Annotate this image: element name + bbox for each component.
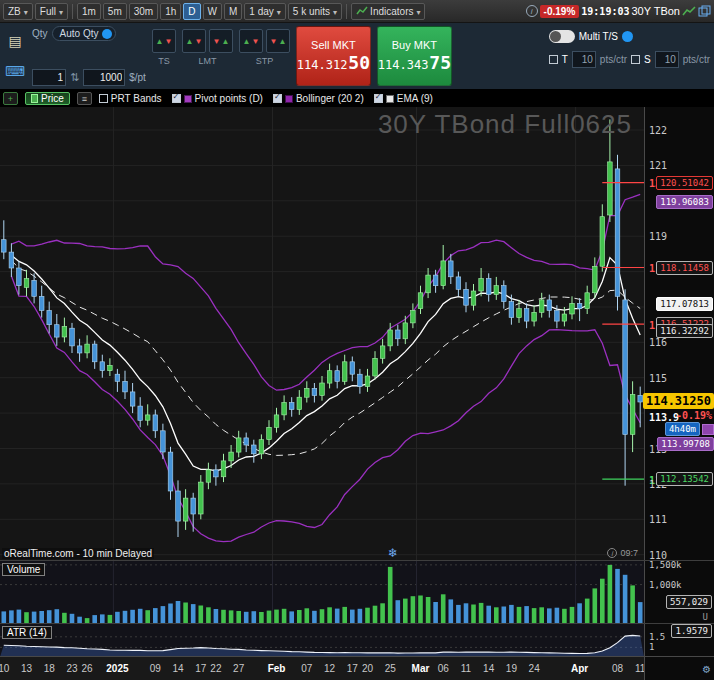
limit-group: ▲▼ ▼▲ LMT — [182, 26, 233, 86]
multi-ts-toggle[interactable] — [549, 30, 575, 43]
indicator-toggle-ema[interactable]: EMA (9) — [374, 93, 433, 104]
timeframe-1h-button[interactable]: 1h — [160, 3, 181, 20]
sell-limit-button[interactable]: ▼▲ — [209, 29, 233, 53]
buy-price: 114.34375 — [378, 52, 451, 73]
indicators-button[interactable]: Indicators — [351, 3, 425, 20]
list-icon[interactable] — [77, 92, 92, 105]
time-axis[interactable]: 101318232620250914172227Feb0712172025Mar… — [0, 656, 714, 680]
price-chart-panel: 30Y TBond Full0625 oRealTime.com - 10 mi… — [0, 107, 714, 560]
order-log-icon[interactable] — [8, 33, 21, 49]
down-arrow-icon: ▼ — [194, 37, 202, 46]
indicator-toggle-pivot-points[interactable]: Pivot points (D) — [172, 93, 263, 104]
timeframe-30m-button[interactable]: 30m — [129, 3, 158, 20]
buy-label: Buy MKT — [392, 39, 437, 51]
band-lower-tag: 113.99708 — [657, 437, 714, 451]
time-axis-label: 12 — [324, 663, 335, 674]
color-swatch — [386, 95, 394, 103]
multi-ts-label: Multi T/S — [579, 31, 618, 42]
symbol-select[interactable]: ZB — [3, 3, 33, 20]
time-axis-label: 14 — [172, 663, 183, 674]
time-axis-label: 14 — [483, 663, 494, 674]
up-arrow-icon: ▲ — [242, 37, 250, 46]
time-axis-label: 11 — [461, 663, 471, 674]
atr-value-tag: 1.9579 — [671, 624, 712, 638]
stop-unit-label: pts/ctr — [683, 54, 710, 65]
qty-stepper-icon[interactable] — [70, 71, 79, 84]
indicator-toggles: PRT Bands Pivot points (D) Bollinger (20… — [99, 93, 433, 104]
timeframe-monthly-button[interactable]: M — [224, 3, 242, 20]
point-value-input[interactable] — [83, 69, 125, 86]
buy-stop-button[interactable]: ▲▼ — [239, 29, 263, 53]
timeframe-weekly-button[interactable]: W — [203, 3, 222, 20]
view-select[interactable]: Full — [35, 3, 68, 20]
indicator-toggle-bollinger[interactable]: Bollinger (20 2) — [273, 93, 364, 104]
trailing-points-input[interactable] — [572, 51, 596, 68]
time-axis-label: 08 — [612, 663, 623, 674]
timeframe-daily-button[interactable]: D — [183, 3, 200, 20]
trailing-stop-button[interactable]: ▲▼ — [152, 29, 176, 53]
trailing-checkbox[interactable] — [549, 55, 558, 64]
atr-axis-label: 1.5 — [649, 632, 665, 642]
indicator-label: Bollinger (20 2) — [296, 93, 364, 104]
sell-price: 114.31250 — [297, 52, 370, 73]
indicators-chart-icon — [356, 6, 368, 16]
auto-qty-toggle[interactable]: Auto Qty — [52, 26, 117, 41]
price-axis-label: 119 — [649, 231, 667, 242]
symbol-label: ZB — [8, 6, 21, 17]
order-side-icons — [4, 26, 26, 86]
add-object-icon[interactable] — [3, 92, 18, 105]
stop-checkbox[interactable] — [631, 55, 640, 64]
price-axis-label: 121 — [649, 160, 667, 171]
price-tag: 112.13542 — [656, 472, 713, 486]
color-swatch — [285, 95, 293, 103]
time-axis-label: 09 — [150, 663, 161, 674]
info-icon — [607, 548, 617, 558]
toggle-knob — [550, 31, 561, 42]
time-axis-label: Mar — [412, 663, 430, 674]
down-arrow-icon: ▼ — [269, 37, 277, 46]
timeframe-1m-button[interactable]: 1m — [77, 3, 101, 20]
price-axis[interactable]: 114.31250 -0.19% 4h40m 113.99708 1221211… — [644, 107, 714, 560]
atr-line — [0, 624, 644, 656]
time-axis-label: 22 — [210, 663, 221, 674]
sell-stop-button[interactable]: ▼▲ — [266, 29, 290, 53]
trend-up-icon[interactable] — [682, 5, 696, 17]
time-axis-label: 06 — [438, 663, 449, 674]
price-tag: 116.32292 — [656, 324, 713, 338]
price-tag: 120.51042 — [656, 176, 713, 190]
volume-panel: Volume 557,029 U 1,500k1,000k — [0, 560, 714, 623]
buy-market-button[interactable]: Buy MKT 114.34375 — [377, 26, 452, 86]
up-arrow-icon: ▲ — [185, 37, 193, 46]
price-button[interactable]: Price — [25, 92, 70, 105]
chevron-down-icon — [23, 6, 28, 17]
time-axis-label: 24 — [529, 663, 540, 674]
duration-select[interactable]: 1 day — [244, 3, 285, 20]
indicator-toggle-prt-bands[interactable]: PRT Bands — [99, 93, 162, 104]
change-label: -0.19% — [676, 410, 714, 421]
toggle-knob — [102, 29, 112, 39]
keyboard-icon[interactable] — [5, 63, 25, 79]
session-countdown: 09:7 — [607, 548, 638, 558]
status-dot-icon[interactable] — [622, 31, 633, 42]
price-axis-label: 122 — [649, 125, 667, 136]
time-axis-label: 11 — [635, 663, 644, 674]
trailing-stop-group: ▲▼ TS — [152, 26, 176, 86]
sell-market-button[interactable]: Sell MKT 114.31250 — [296, 26, 371, 86]
chart-canvas[interactable]: 30Y TBond Full0625 oRealTime.com - 10 mi… — [0, 107, 644, 560]
info-icon[interactable] — [526, 5, 538, 17]
down-arrow-icon: ▼ — [251, 37, 259, 46]
point-unit-label: $/pt — [129, 72, 146, 83]
view-label: Full — [40, 6, 56, 17]
price-tag: 119.96083 — [656, 195, 713, 209]
indicator-label: PRT Bands — [111, 93, 162, 104]
axis-settings-icon[interactable] — [703, 662, 710, 676]
atr-panel: ATR (14) 1.9579 1.51 — [0, 623, 714, 656]
checkbox — [273, 94, 282, 103]
units-select[interactable]: 5 k units — [288, 3, 342, 20]
stop-points-input[interactable] — [655, 51, 679, 68]
timeframe-5m-button[interactable]: 5m — [103, 3, 127, 20]
buy-limit-button[interactable]: ▲▼ — [182, 29, 206, 53]
new-window-icon[interactable] — [698, 5, 711, 17]
main-toolbar: ZB Full 1m 5m 30m 1h D W M 1 day 5 k uni… — [0, 0, 714, 23]
qty-input[interactable] — [32, 69, 66, 86]
